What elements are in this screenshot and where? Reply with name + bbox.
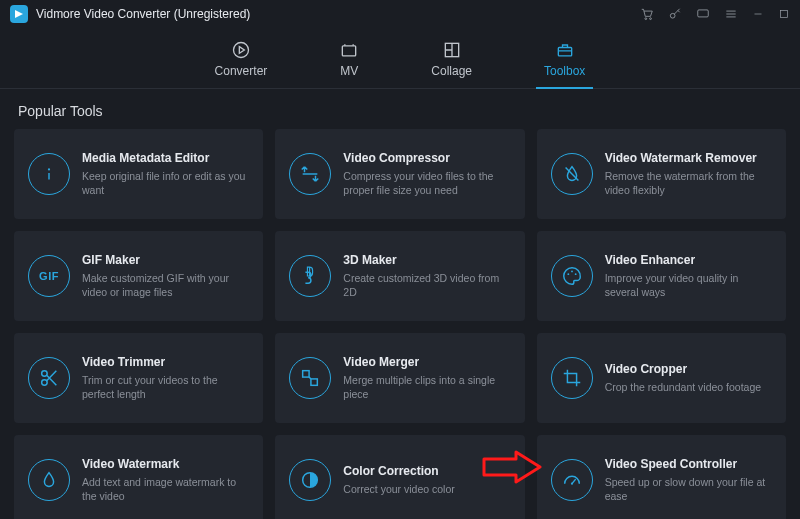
svg-rect-8 (558, 48, 571, 56)
tool-title: 3D Maker (343, 253, 510, 267)
tool-title: Video Cropper (605, 362, 761, 376)
svg-rect-16 (311, 379, 317, 385)
tool-video-merger[interactable]: Video Merger Merge multiple clips into a… (275, 333, 524, 423)
gif-icon: GIF (28, 255, 70, 297)
svg-point-5 (233, 43, 248, 58)
tool-title: Video Watermark Remover (605, 151, 772, 165)
tool-desc: Trim or cut your videos to the perfect l… (82, 373, 249, 401)
tool-video-compressor[interactable]: Video Compressor Compress your video fil… (275, 129, 524, 219)
tool-title: Video Speed Controller (605, 457, 772, 471)
tool-desc: Add text and image watermark to the vide… (82, 475, 249, 503)
svg-point-18 (571, 483, 573, 485)
tool-video-enhancer[interactable]: Video Enhancer Improve your video qualit… (537, 231, 786, 321)
watermark-icon (28, 459, 70, 501)
message-icon[interactable] (696, 7, 710, 21)
svg-point-11 (571, 271, 573, 273)
svg-point-14 (42, 380, 48, 386)
toolbox-icon (555, 40, 575, 60)
key-icon[interactable] (668, 7, 682, 21)
tool-video-cropper[interactable]: Video Cropper Crop the redundant video f… (537, 333, 786, 423)
tool-title: GIF Maker (82, 253, 249, 267)
svg-rect-15 (303, 371, 309, 377)
top-nav: Converter MV Collage Toolbox (0, 28, 800, 89)
menu-icon[interactable] (724, 7, 738, 21)
minimize-button[interactable] (752, 8, 764, 20)
svg-point-10 (567, 273, 569, 275)
tool-desc: Make customized GIF with your video or i… (82, 271, 249, 299)
tool-title: Color Correction (343, 464, 454, 478)
tab-label: Collage (431, 64, 472, 78)
crop-icon (551, 357, 593, 399)
tool-video-watermark[interactable]: Video Watermark Add text and image water… (14, 435, 263, 519)
svg-point-12 (574, 273, 576, 275)
info-icon (28, 153, 70, 195)
3d-icon (289, 255, 331, 297)
tab-label: Converter (215, 64, 268, 78)
tools-grid: Media Metadata Editor Keep original file… (0, 129, 800, 519)
tool-title: Video Compressor (343, 151, 510, 165)
color-icon (289, 459, 331, 501)
tool-gif-maker[interactable]: GIF GIF Maker Make customized GIF with y… (14, 231, 263, 321)
tool-title: Video Watermark (82, 457, 249, 471)
tool-desc: Remove the watermark from the video flex… (605, 169, 772, 197)
tool-watermark-remover[interactable]: Video Watermark Remover Remove the water… (537, 129, 786, 219)
tab-mv[interactable]: MV (333, 36, 365, 88)
collage-icon (442, 40, 462, 60)
svg-point-1 (650, 18, 652, 20)
tab-label: Toolbox (544, 64, 585, 78)
tool-color-correction[interactable]: Color Correction Correct your video colo… (275, 435, 524, 519)
tool-desc: Crop the redundant video footage (605, 380, 761, 394)
tool-desc: Correct your video color (343, 482, 454, 496)
tool-title: Media Metadata Editor (82, 151, 249, 165)
tool-video-trimmer[interactable]: Video Trimmer Trim or cut your videos to… (14, 333, 263, 423)
merge-icon (289, 357, 331, 399)
svg-point-9 (48, 168, 50, 170)
mv-icon (339, 40, 359, 60)
svg-point-13 (42, 371, 48, 377)
tool-3d-maker[interactable]: 3D Maker Create customized 3D video from… (275, 231, 524, 321)
tab-converter[interactable]: Converter (209, 36, 274, 88)
section-title: Popular Tools (0, 89, 800, 129)
app-logo (10, 5, 28, 23)
compress-icon (289, 153, 331, 195)
svg-rect-4 (781, 11, 788, 18)
maximize-button[interactable] (778, 8, 790, 20)
window-title: Vidmore Video Converter (Unregistered) (36, 7, 250, 21)
tool-desc: Compress your video files to the proper … (343, 169, 510, 197)
tool-metadata-editor[interactable]: Media Metadata Editor Keep original file… (14, 129, 263, 219)
tool-desc: Speed up or slow down your file at ease (605, 475, 772, 503)
svg-rect-6 (343, 46, 356, 56)
scissors-icon (28, 357, 70, 399)
tool-desc: Keep original file info or edit as you w… (82, 169, 249, 197)
tool-desc: Improve your video quality in several wa… (605, 271, 772, 299)
palette-icon (551, 255, 593, 297)
tab-label: MV (340, 64, 358, 78)
tool-title: Video Enhancer (605, 253, 772, 267)
tool-title: Video Merger (343, 355, 510, 369)
converter-icon (231, 40, 251, 60)
tool-desc: Merge multiple clips into a single piece (343, 373, 510, 401)
tool-title: Video Trimmer (82, 355, 249, 369)
svg-point-0 (645, 18, 647, 20)
svg-point-2 (670, 13, 675, 18)
cart-icon[interactable] (640, 7, 654, 21)
tool-desc: Create customized 3D video from 2D (343, 271, 510, 299)
speed-icon (551, 459, 593, 501)
tool-video-speed-controller[interactable]: Video Speed Controller Speed up or slow … (537, 435, 786, 519)
titlebar: Vidmore Video Converter (Unregistered) (0, 0, 800, 28)
watermark-remove-icon (551, 153, 593, 195)
tab-toolbox[interactable]: Toolbox (538, 36, 591, 88)
tab-collage[interactable]: Collage (425, 36, 478, 88)
